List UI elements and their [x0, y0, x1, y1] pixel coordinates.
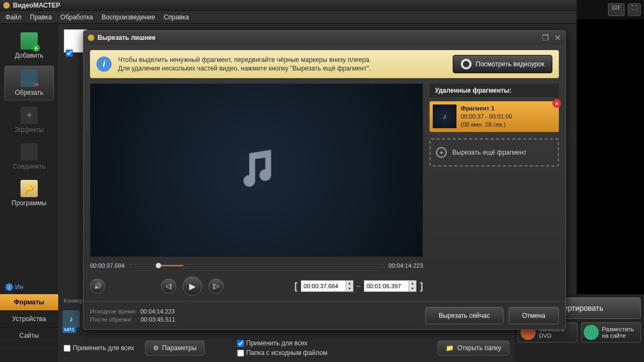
format-badge: MP3	[63, 326, 76, 333]
menu-process[interactable]: Обработка	[60, 13, 93, 21]
info-link[interactable]: iИн	[0, 280, 58, 294]
dialog-logo-icon	[88, 34, 94, 41]
menubar: Файл Правка Обработка Воспроизведение Сп…	[0, 11, 644, 24]
hint-line-2: Для удаления нескольких частей видео, на…	[118, 64, 446, 73]
params-button[interactable]: ⚙Параметры	[145, 340, 205, 356]
publish-l2: на сайте	[602, 332, 634, 339]
dialog-close-button[interactable]: ✕	[555, 33, 561, 42]
from-up[interactable]: ▲	[346, 281, 353, 286]
total-time: 00:04:14.223	[389, 262, 423, 269]
add-fragment-button[interactable]: + Вырезать ещё фрагмент	[430, 138, 559, 166]
join-icon	[20, 143, 38, 161]
range-to-input[interactable]: ▲▼	[364, 280, 417, 292]
add-fragment-label: Вырезать ещё фрагмент	[452, 149, 527, 156]
src-time-label: Исходное время:	[90, 308, 137, 315]
fragments-panel: Удаленные фрагменты: ♪ Фрагмент 1 00:00:…	[430, 83, 559, 301]
open-folder-label: Открыть папку	[457, 344, 501, 352]
current-time: 00:00:37.684	[90, 262, 124, 269]
sidebar-programs-label: Программы	[12, 199, 47, 207]
bracket-close-icon[interactable]: ]	[420, 281, 423, 292]
dialog-restore-button[interactable]: ❐	[542, 33, 549, 42]
player-panel: 00:00:37.684 00:04:14.223 🔊 ◁| ▶ |▷ [	[90, 83, 423, 301]
after-value: 00:03:45.511	[141, 316, 175, 323]
src-folder-checkbox[interactable]: Папка с исходным файлом	[237, 349, 328, 357]
titlebar: ВидеоМАСТЕР — □ ✕	[0, 0, 644, 11]
prev-frame-button[interactable]: ◁|	[161, 279, 176, 294]
write-dvd-l2: DVD	[539, 332, 564, 339]
seek-track[interactable]	[130, 264, 383, 267]
to-up[interactable]: ▲	[409, 281, 416, 286]
app-title: ВидеоМАСТЕР	[13, 2, 614, 9]
hint-info-icon: i	[96, 57, 112, 72]
sidebar-cut-label: Обрезать	[15, 89, 44, 96]
effects-icon	[20, 107, 38, 124]
webcam-icon	[461, 59, 472, 69]
play-button[interactable]: ▶	[183, 276, 202, 296]
range-from-input[interactable]: ▲▼	[301, 280, 354, 292]
cancel-button[interactable]: Отмена	[509, 307, 559, 324]
cut-now-button[interactable]: Вырезать сейчас	[425, 307, 503, 324]
fragments-title: Удаленные фрагменты:	[430, 83, 559, 98]
src-time-value: 00:04:14.223	[140, 308, 175, 315]
tab-sites[interactable]: Сайты	[0, 328, 58, 344]
menu-playback[interactable]: Воспроизведение	[102, 13, 155, 21]
info-icon: i	[5, 283, 13, 291]
video-preview	[90, 83, 423, 257]
gif-button[interactable]: GIF	[608, 3, 625, 16]
globe-icon	[584, 325, 599, 340]
fragment-delete-button[interactable]: ✕	[552, 99, 561, 108]
format-icon[interactable]: ♪	[63, 310, 80, 328]
tutorial-label: Посмотреть видеоурок	[476, 60, 544, 68]
apply-all-2-label: Применить для всех	[246, 339, 308, 347]
sidebar-effects-label: Эффекты	[15, 126, 44, 134]
menu-help[interactable]: Справка	[164, 13, 189, 21]
next-frame-button[interactable]: |▷	[209, 279, 224, 294]
mute-button[interactable]: 🔊	[90, 279, 105, 294]
sidebar-effects: Эффекты	[4, 103, 54, 137]
publish-button[interactable]: Разместитьна сайте	[581, 322, 641, 343]
tab-devices[interactable]: Устройства	[0, 311, 58, 328]
fragment-range: 00:00:37 - 00:01:06	[461, 113, 512, 120]
after-label: После обрезки:	[90, 316, 133, 323]
tutorial-button[interactable]: Посмотреть видеоурок	[453, 55, 552, 73]
add-icon	[20, 32, 38, 50]
preview-video	[577, 19, 644, 329]
tab-formats[interactable]: Форматы	[0, 294, 58, 311]
menu-file[interactable]: Файл	[5, 13, 22, 21]
open-folder-button[interactable]: 📁Открыть папку	[438, 340, 509, 356]
fragment-item[interactable]: ♪ Фрагмент 1 00:00:37 - 00:01:06 (00 мин…	[430, 101, 559, 132]
fullscreen-button[interactable]: ⛶	[628, 3, 641, 16]
hint-bar: i Чтобы выделить ненужный фрагмент, пере…	[90, 50, 559, 78]
sidebar-cut[interactable]: Обрезать	[4, 66, 54, 100]
range-end-marker[interactable]	[183, 267, 190, 278]
params-label: Параметры	[162, 344, 197, 352]
dialog-title: Вырезать лишнее	[98, 34, 537, 41]
seek-thumb[interactable]	[156, 263, 161, 268]
file-checkbox[interactable]	[66, 50, 73, 57]
sidebar-add[interactable]: Добавить	[4, 29, 54, 62]
cut-icon	[20, 69, 38, 87]
fragment-name: Фрагмент 1	[461, 105, 494, 112]
range-from-field[interactable]	[301, 283, 345, 289]
fragment-duration: (00 мин. 28 сек.)	[461, 121, 505, 128]
format-tabs: Форматы Устройства Сайты	[0, 294, 58, 362]
sidebar-join-label: Соединить	[13, 163, 46, 170]
dialog-titlebar: Вырезать лишнее ❐ ✕	[84, 31, 565, 45]
publish-l1: Разместить	[602, 326, 634, 332]
from-down[interactable]: ▼	[346, 286, 353, 291]
apply-all-2-checkbox[interactable]: Применить для всех	[237, 339, 328, 347]
menu-edit[interactable]: Правка	[30, 13, 52, 21]
bracket-open-icon[interactable]: [	[294, 281, 297, 292]
range-to-field[interactable]	[364, 283, 408, 289]
gear-icon: ⚙	[153, 344, 159, 352]
info-label: Ин	[15, 283, 23, 291]
music-note-icon	[232, 146, 281, 194]
range-dash: –	[357, 282, 361, 290]
fragment-thumb-icon: ♪	[433, 105, 456, 128]
sidebar-programs[interactable]: Программы	[4, 177, 54, 210]
to-down[interactable]: ▼	[409, 286, 416, 291]
sidebar: Добавить Обрезать Эффекты Соединить Прог…	[0, 24, 58, 294]
key-icon	[20, 180, 38, 197]
apply-all-checkbox[interactable]: Применить для всех	[64, 344, 134, 352]
cut-dialog: Вырезать лишнее ❐ ✕ i Чтобы выделить нен…	[83, 30, 566, 330]
